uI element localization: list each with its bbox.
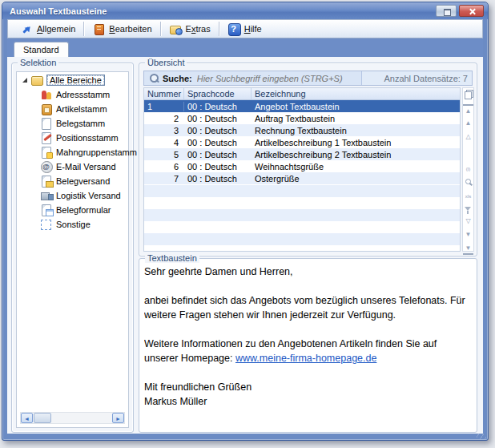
paragraph-text: anbei befindet sich das Angebots vom bez… bbox=[144, 293, 472, 322]
toolbar-separator bbox=[83, 22, 84, 36]
page-mail-icon bbox=[40, 176, 53, 187]
column-width-icon[interactable]: (l) bbox=[463, 164, 473, 175]
move-up-icon[interactable]: ▲ bbox=[463, 118, 473, 128]
cell-sprachcode: 00 : Deutsch bbox=[184, 174, 252, 184]
column-header-sprachcode[interactable]: Sprachcode bbox=[184, 88, 252, 99]
cell-bezeichnung: Angebot Textbaustein bbox=[252, 102, 460, 111]
titlebar[interactable]: Auswahl Textbausteine bbox=[2, 2, 488, 19]
menu-extras-label: Extras bbox=[186, 24, 211, 34]
uebersicht-group-label: Übersicht bbox=[145, 58, 187, 67]
table-row[interactable]: 4 00 : Deutsch Artikelbeschreibung 1 Tex… bbox=[144, 136, 460, 148]
signature-text: Markus Müller bbox=[144, 394, 472, 409]
tree-item-label: Belegstamm bbox=[56, 119, 105, 128]
empty-rows-stripes bbox=[144, 185, 460, 251]
dialog-window: Auswahl Textbausteine Allgemein Bearbeit… bbox=[2, 2, 489, 441]
box-icon bbox=[40, 103, 53, 115]
truck-icon bbox=[40, 190, 53, 201]
tree-item-belegformular[interactable]: Belegformular bbox=[17, 204, 128, 216]
tree-item-adressstamm[interactable]: Adressstamm bbox=[17, 88, 128, 101]
cell-nummer: 2 bbox=[144, 114, 184, 123]
tab-standard[interactable]: Standard bbox=[14, 42, 69, 57]
cell-sprachcode: 00 : Deutsch bbox=[184, 114, 252, 123]
close-icon[interactable] bbox=[459, 5, 484, 17]
selection-tree: Alle Bereiche Adressstamm Artikelstamm B… bbox=[16, 71, 129, 428]
menu-hilfe-label: Hilfe bbox=[244, 24, 262, 34]
cell-sprachcode: 00 : Deutsch bbox=[184, 102, 252, 111]
window-title: Auswahl Textbausteine bbox=[10, 6, 433, 16]
up-icon[interactable]: △ bbox=[463, 131, 473, 142]
cell-nummer: 1 bbox=[144, 102, 184, 111]
selektion-group-label: Selektion bbox=[18, 58, 58, 67]
column-header-nummer[interactable]: Nummer bbox=[144, 88, 184, 99]
menu-bearbeiten-button[interactable]: Bearbeiten bbox=[85, 20, 159, 38]
textbaustein-content[interactable]: Sehr geehrte Damen und Herren, anbei bef… bbox=[144, 264, 472, 428]
column-header-bezeichnung[interactable]: Bezeichnung bbox=[252, 88, 460, 99]
at-sign-icon bbox=[40, 161, 53, 172]
table-row[interactable]: 5 00 : Deutsch Artikelbeschreibung 2 Tex… bbox=[144, 148, 460, 160]
export-xls-icon[interactable]: xls bbox=[463, 192, 473, 202]
cell-nummer: 5 bbox=[144, 150, 184, 159]
tree-item-artikelstamm[interactable]: Artikelstamm bbox=[17, 103, 128, 115]
tree-item-label: Belegversand bbox=[56, 176, 110, 186]
tree-item-label: Adressstamm bbox=[56, 90, 110, 99]
tree-item-label: E-Mail Versand bbox=[56, 162, 116, 172]
scroll-bottom-icon[interactable]: ▼ bbox=[463, 243, 473, 253]
paragraph-with-link: Weitere Informationen zu den Angebotenen… bbox=[144, 337, 472, 365]
tree-item-label: Mahngruppenstamm bbox=[56, 147, 137, 157]
tree-item-email-versand[interactable]: E-Mail Versand bbox=[17, 160, 128, 173]
cell-bezeichnung: Artikelbeschreibung 2 Textbaustein bbox=[252, 150, 460, 159]
menu-extras-button[interactable]: Extras bbox=[162, 20, 218, 38]
tree-item-logistik-versand[interactable]: Logistik Versand bbox=[17, 189, 128, 202]
selektion-groupbox: Selektion Alle Bereiche Adressstamm Arti… bbox=[11, 63, 134, 433]
tree-item-positionsstamm[interactable]: Positionsstamm bbox=[17, 131, 128, 144]
tree-item-belegstamm[interactable]: Belegstamm bbox=[17, 117, 128, 130]
copy-icon[interactable] bbox=[463, 89, 473, 99]
table-row[interactable]: 6 00 : Deutsch Weihnachtsgrüße bbox=[144, 160, 460, 172]
cell-sprachcode: 00 : Deutsch bbox=[184, 126, 252, 135]
cell-bezeichnung: Weihnachtsgrüße bbox=[252, 162, 460, 172]
help-icon bbox=[227, 22, 240, 35]
table-row[interactable]: 7 00 : Deutsch Ostergrüße bbox=[144, 172, 460, 184]
page-icon bbox=[40, 118, 53, 129]
cell-nummer: 4 bbox=[144, 138, 184, 147]
scroll-top-icon[interactable]: ▲ bbox=[463, 104, 473, 115]
search-row-icon[interactable] bbox=[463, 178, 473, 188]
tree-item-belegversand[interactable]: Belegversand bbox=[17, 175, 128, 188]
restore-window-icon[interactable] bbox=[436, 5, 457, 17]
move-down-icon[interactable]: ▼ bbox=[463, 229, 473, 240]
toolbar-separator bbox=[219, 22, 219, 36]
resize-grip[interactable] bbox=[477, 434, 486, 439]
tree-item-mahngruppenstamm[interactable]: Mahngruppenstamm bbox=[17, 146, 128, 159]
menu-hilfe-button[interactable]: Hilfe bbox=[220, 20, 269, 38]
tree-expander-icon[interactable] bbox=[22, 78, 27, 83]
table-row[interactable]: 3 00 : Deutsch Rechnung Textbaustein bbox=[144, 124, 460, 136]
down-icon[interactable]: ▽ bbox=[463, 216, 473, 226]
record-count: Anzahl Datensätze: 7 bbox=[361, 71, 472, 85]
cell-bezeichnung: Auftrag Textbaustein bbox=[252, 114, 460, 123]
tree-item-label: Positionsstamm bbox=[56, 133, 119, 143]
tab-strip: Standard bbox=[7, 38, 483, 57]
search-input[interactable] bbox=[197, 74, 361, 83]
table-row[interactable]: 2 00 : Deutsch Auftrag Textbaustein bbox=[144, 112, 460, 124]
cell-sprachcode: 00 : Deutsch bbox=[184, 138, 252, 147]
cell-bezeichnung: Rechnung Textbaustein bbox=[252, 126, 460, 135]
scroll-right-icon[interactable]: ► bbox=[112, 413, 124, 423]
tree-item-label: Artikelstamm bbox=[56, 104, 107, 114]
scroll-left-icon[interactable]: ◄ bbox=[21, 413, 33, 423]
tree-item-label: Sonstige bbox=[56, 220, 91, 229]
menu-allgemein-button[interactable]: Allgemein bbox=[13, 20, 82, 38]
tree-item-sonstige[interactable]: Sonstige bbox=[17, 218, 128, 231]
salutation-text: Sehr geehrte Damen und Herren, bbox=[144, 264, 472, 279]
cell-sprachcode: 00 : Deutsch bbox=[184, 150, 252, 159]
tree-item-alle-bereiche[interactable]: Alle Bereiche bbox=[17, 74, 128, 87]
scrollbar-thumb[interactable] bbox=[34, 413, 51, 423]
textbaustein-groupbox: Textbaustein Sehr geehrte Damen und Herr… bbox=[139, 258, 477, 433]
menu-bearbeiten-label: Bearbeiten bbox=[109, 24, 151, 34]
horizontal-scrollbar[interactable]: ◄ ► bbox=[20, 412, 125, 424]
table-row[interactable]: 1 00 : Deutsch Angebot Textbaustein bbox=[144, 100, 460, 112]
page-form-icon bbox=[40, 204, 53, 216]
filter-icon[interactable] bbox=[463, 205, 473, 216]
cell-bezeichnung: Artikelbeschreibung 1 Textbaustein bbox=[252, 138, 460, 147]
tree-item-label: Belegformular bbox=[56, 205, 111, 215]
homepage-link[interactable]: www.meine-firma-homepage.de bbox=[235, 353, 376, 364]
